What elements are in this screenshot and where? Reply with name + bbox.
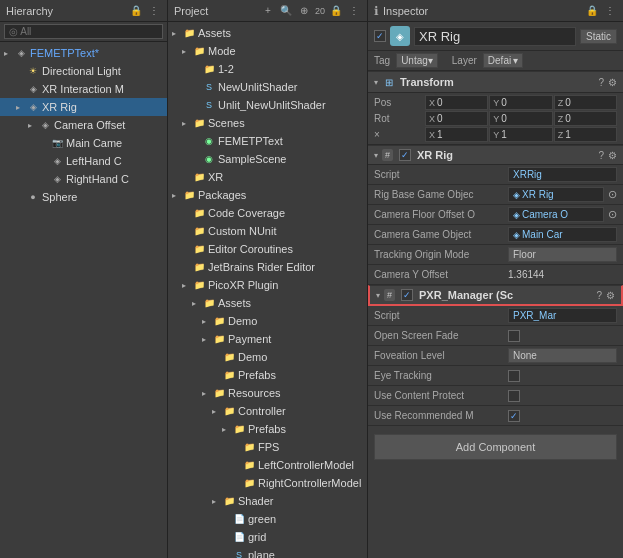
hierarchy-item-cameraoffset[interactable]: ▸◈Camera Offset: [0, 116, 167, 134]
tree-arrow-cameraoffset: ▸: [28, 121, 38, 130]
project-item-demo2[interactable]: 📁Demo: [168, 348, 367, 366]
open-screen-label: Open Screen Fade: [374, 330, 504, 341]
xrrig-base-ref[interactable]: ◈ XR Rig: [508, 187, 604, 202]
project-search-icon[interactable]: 🔍: [279, 4, 293, 18]
project-item-grid[interactable]: 📄grid: [168, 528, 367, 546]
project-item-femetp-scene[interactable]: ◉FEMETPText: [168, 132, 367, 150]
hierarchy-item-sphere[interactable]: ●Sphere: [0, 188, 167, 206]
project-item-shader[interactable]: ▸📁Shader: [168, 492, 367, 510]
transform-arrow-icon: [374, 78, 378, 87]
hierarchy-menu-icon[interactable]: ⋮: [147, 4, 161, 18]
tree-label-lefthand: LeftHand C: [66, 155, 122, 167]
proj-icon-packages: 📁: [182, 188, 196, 202]
xrrig-active-checkbox[interactable]: [399, 149, 411, 161]
inspector-header: ℹ Inspector 🔒 ⋮: [368, 0, 623, 22]
xrrig-camerago-ref[interactable]: ◈ Main Car: [508, 227, 617, 242]
pxr-manager-component-header[interactable]: # PXR_Manager (Sc ? ⚙: [368, 285, 623, 306]
project-item-fps[interactable]: 📁FPS: [168, 438, 367, 456]
project-item-assets2[interactable]: ▸📁Assets: [168, 294, 367, 312]
pos-z-field[interactable]: Z0: [554, 95, 617, 110]
hierarchy-item-lefthand[interactable]: ◈LeftHand C: [0, 152, 167, 170]
rot-y-field[interactable]: Y0: [489, 111, 552, 126]
project-item-resources[interactable]: ▸📁Resources: [168, 384, 367, 402]
use-recommended-checkbox[interactable]: [508, 410, 520, 422]
inspector-menu-icon[interactable]: ⋮: [603, 4, 617, 18]
foveation-label: Foveation Level: [374, 350, 504, 361]
tag-dropdown[interactable]: Untag▾: [396, 53, 438, 68]
hierarchy-item-xrrig[interactable]: ▸◈XR Rig: [0, 98, 167, 116]
project-item-customunut[interactable]: 📁Custom NUnit: [168, 222, 367, 240]
pxr-script-ref[interactable]: PXR_Mar: [508, 308, 617, 323]
project-item-leftctrl[interactable]: 📁LeftControllerModel: [168, 456, 367, 474]
hierarchy-item-righthand[interactable]: ◈RightHand C: [0, 170, 167, 188]
xrrig-camerafloor-ref[interactable]: ◈ Camera O: [508, 207, 604, 222]
xrrig-script-ref[interactable]: XRRig: [508, 167, 617, 182]
transform-section-header[interactable]: ⊞ Transform ? ⚙: [368, 71, 623, 93]
project-add-icon[interactable]: +: [261, 4, 275, 18]
foveation-dropdown[interactable]: None: [508, 348, 617, 363]
proj-label-femetp-scene: FEMETPText: [218, 135, 283, 147]
tracking-mode-dropdown[interactable]: Floor: [508, 247, 617, 262]
project-item-demo[interactable]: ▸📁Demo: [168, 312, 367, 330]
project-item-prefabs[interactable]: 📁Prefabs: [168, 366, 367, 384]
project-item-picoxr[interactable]: ▸📁PicoXR Plugin: [168, 276, 367, 294]
scale-x-field[interactable]: X1: [425, 127, 488, 142]
tree-label-dirlight: Directional Light: [42, 65, 121, 77]
inspector-lock-icon[interactable]: 🔒: [585, 4, 599, 18]
rot-z-field[interactable]: Z0: [554, 111, 617, 126]
project-zoom-icon[interactable]: ⊕: [297, 4, 311, 18]
xrrig-settings-icon[interactable]: ⚙: [608, 150, 617, 161]
project-item-packages[interactable]: ▸📁Packages: [168, 186, 367, 204]
project-item-codecov[interactable]: 📁Code Coverage: [168, 204, 367, 222]
hierarchy-lock-icon[interactable]: 🔒: [129, 4, 143, 18]
rot-x-field[interactable]: X0: [425, 111, 488, 126]
hierarchy-item-maincamera[interactable]: 📷Main Came: [0, 134, 167, 152]
project-item-mode[interactable]: ▸📁Mode: [168, 42, 367, 60]
proj-icon-customunut: 📁: [192, 224, 206, 238]
gameobject-active-checkbox[interactable]: [374, 30, 386, 42]
project-item-samplescene[interactable]: ◉SampleScene: [168, 150, 367, 168]
pxr-help-icon[interactable]: ?: [596, 290, 602, 301]
project-item-assets[interactable]: ▸📁Assets: [168, 24, 367, 42]
gameobject-name[interactable]: XR Rig: [414, 27, 576, 46]
xrrig-camerafloor-pick-icon[interactable]: ⊙: [608, 208, 617, 221]
project-item-controller[interactable]: ▸📁Controller: [168, 402, 367, 420]
project-item-newunlit[interactable]: SNewUnlitShader: [168, 78, 367, 96]
project-item-scenes[interactable]: ▸📁Scenes: [168, 114, 367, 132]
pos-x-field[interactable]: X0: [425, 95, 488, 110]
open-screen-checkbox[interactable]: [508, 330, 520, 342]
use-content-checkbox[interactable]: [508, 390, 520, 402]
transform-help-icon[interactable]: ?: [598, 77, 604, 88]
project-item-editorcoroutines[interactable]: 📁Editor Coroutines: [168, 240, 367, 258]
hierarchy-item-xrinteraction[interactable]: ◈XR Interaction M: [0, 80, 167, 98]
project-item-plane[interactable]: Splane: [168, 546, 367, 558]
add-component-button[interactable]: Add Component: [374, 434, 617, 460]
project-item-prefabs2[interactable]: ▸📁Prefabs: [168, 420, 367, 438]
xrrig-base-pick-icon[interactable]: ⊙: [608, 188, 617, 201]
pxr-active-checkbox[interactable]: [401, 289, 413, 301]
hierarchy-item-femetp[interactable]: ▸◈FEMETPText*: [0, 44, 167, 62]
scale-y-field[interactable]: Y1: [489, 127, 552, 142]
static-dropdown[interactable]: Static: [580, 29, 617, 44]
project-item-jetbrains[interactable]: 📁JetBrains Rider Editor: [168, 258, 367, 276]
pos-label: Pos: [374, 95, 424, 110]
scale-z-field[interactable]: Z1: [554, 127, 617, 142]
project-item-rightctrl[interactable]: 📁RightControllerModel: [168, 474, 367, 492]
project-item-unlitnewtex[interactable]: SUnlit_NewUnlitShader: [168, 96, 367, 114]
pxr-settings-icon[interactable]: ⚙: [606, 290, 615, 301]
pos-y-field[interactable]: Y0: [489, 95, 552, 110]
project-item-payment[interactable]: ▸📁Payment: [168, 330, 367, 348]
transform-settings-icon[interactable]: ⚙: [608, 77, 617, 88]
layer-dropdown[interactable]: Defai: [483, 53, 523, 68]
xrrig-help-icon[interactable]: ?: [598, 150, 604, 161]
project-lock-icon[interactable]: 🔒: [329, 4, 343, 18]
eye-tracking-checkbox[interactable]: [508, 370, 520, 382]
xrrig-component-header[interactable]: # XR Rig ? ⚙: [368, 145, 623, 165]
project-item-xr-folder[interactable]: 📁XR: [168, 168, 367, 186]
hierarchy-item-dirlight[interactable]: ☀Directional Light: [0, 62, 167, 80]
project-menu-icon[interactable]: ⋮: [347, 4, 361, 18]
project-item-green[interactable]: 📄green: [168, 510, 367, 528]
hierarchy-search-input[interactable]: [4, 24, 163, 39]
camera-y-value[interactable]: 1.36144: [508, 269, 617, 280]
project-item-1-2[interactable]: 📁1-2: [168, 60, 367, 78]
